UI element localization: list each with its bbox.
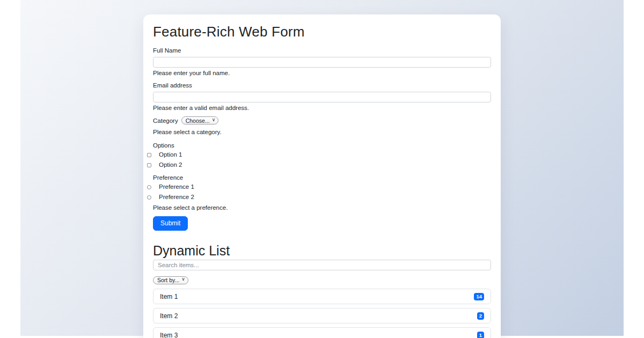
preference-2-row: Preference 2 xyxy=(147,194,491,200)
option-1-row: Option 1 xyxy=(147,152,491,158)
list-item-label: Item 2 xyxy=(160,312,178,320)
sort-wrap: Sort by... ∨ xyxy=(153,275,491,284)
preference-1-row: Preference 1 xyxy=(147,184,491,190)
search-input[interactable] xyxy=(153,260,491,270)
sort-select-value: Sort by... xyxy=(157,277,179,283)
category-label: Category xyxy=(153,117,178,124)
option-2-row: Option 2 xyxy=(147,162,491,168)
option-1-label: Option 1 xyxy=(159,152,182,158)
email-label: Email address xyxy=(153,82,491,89)
chevron-down-icon: ∨ xyxy=(212,118,216,121)
email-feedback: Please enter a valid email address. xyxy=(153,104,491,112)
full-name-input[interactable] xyxy=(153,57,491,68)
checkbox-icon[interactable] xyxy=(147,163,151,167)
email-field[interactable] xyxy=(153,92,491,102)
email-group: Email address Please enter a valid email… xyxy=(153,82,491,112)
dynamic-list: Item 1 14 Item 2 2 Item 3 1 xyxy=(153,289,491,338)
full-name-feedback: Please enter your full name. xyxy=(153,69,491,77)
preference-label: Preference xyxy=(153,174,491,181)
chevron-down-icon: ∨ xyxy=(181,277,185,281)
submit-button[interactable]: Submit xyxy=(153,216,188,231)
list-item-label: Item 1 xyxy=(160,293,178,300)
preference-1-label: Preference 1 xyxy=(159,184,194,190)
list-item[interactable]: Item 3 1 xyxy=(153,327,491,338)
radio-icon[interactable] xyxy=(147,185,151,189)
list-item-label: Item 3 xyxy=(160,332,178,338)
preference-feedback: Please select a preference. xyxy=(153,204,491,211)
category-group: Category Choose... ∨ Please select a cat… xyxy=(153,116,491,136)
sort-select[interactable]: Sort by... ∨ xyxy=(153,276,188,284)
full-name-label: Full Name xyxy=(153,47,491,54)
options-label: Options xyxy=(153,142,491,149)
list-item[interactable]: Item 1 14 xyxy=(153,289,491,304)
item-count-badge: 1 xyxy=(477,332,484,338)
preference-2-label: Preference 2 xyxy=(159,194,194,200)
category-feedback: Please select a category. xyxy=(153,128,491,136)
radio-icon[interactable] xyxy=(147,195,151,200)
card-body: Feature-Rich Web Form Full Name Please e… xyxy=(143,14,501,338)
form-card: Feature-Rich Web Form Full Name Please e… xyxy=(143,14,501,338)
category-select-value: Choose... xyxy=(186,117,210,124)
category-select[interactable]: Choose... ∨ xyxy=(181,116,219,124)
page-title: Feature-Rich Web Form xyxy=(153,24,491,40)
checkbox-icon[interactable] xyxy=(147,153,151,157)
item-count-badge: 14 xyxy=(474,293,484,300)
preference-group: Preference Preference 1 Preference 2 Ple… xyxy=(153,174,491,211)
option-2-label: Option 2 xyxy=(159,162,182,168)
dynamic-list-title: Dynamic List xyxy=(153,244,491,258)
list-item[interactable]: Item 2 2 xyxy=(153,308,491,324)
full-name-group: Full Name Please enter your full name. xyxy=(153,47,491,77)
options-group: Options Option 1 Option 2 xyxy=(153,142,491,168)
item-count-badge: 2 xyxy=(477,312,484,320)
